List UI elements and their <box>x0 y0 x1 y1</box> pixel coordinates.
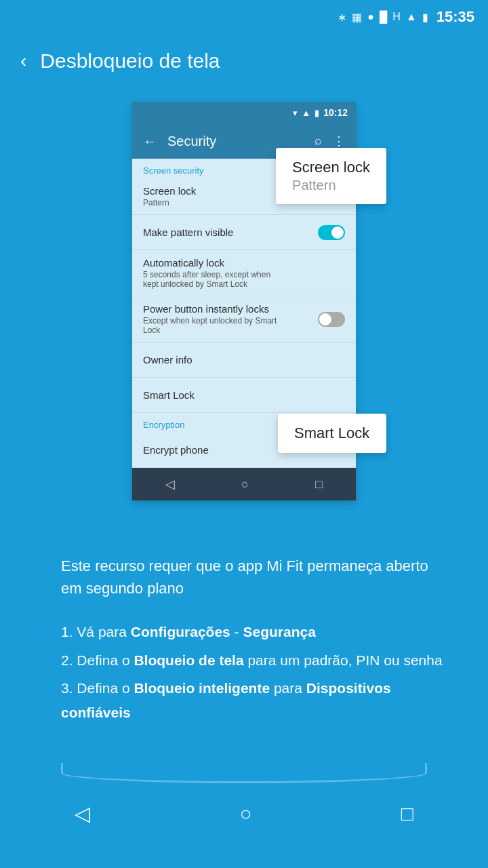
page-title: Desbloqueio de tela <box>40 50 220 73</box>
phone-battery-icon: ▮ <box>314 108 319 118</box>
step-2-prefix: Defina o <box>77 652 134 668</box>
screen-lock-text: Screen lock Pattern <box>143 185 196 208</box>
screen-lock-subtitle: Pattern <box>143 198 196 208</box>
step-2-middle: para um padrão, PIN ou senha <box>244 652 443 668</box>
step-3-prefix: Defina o <box>77 680 134 696</box>
bottom-curve-decoration <box>61 763 427 783</box>
step-1: 1. Vá para Configurações - Segurança <box>61 620 451 644</box>
phone-time: 10:12 <box>323 107 348 118</box>
vibrate-icon: ▦ <box>352 11 362 24</box>
step-2-bold1: Bloqueio de tela <box>134 652 243 668</box>
pattern-visible-toggle[interactable] <box>318 225 345 240</box>
power-button-text: Power button instantly locks Except when… <box>143 303 279 335</box>
pattern-visible-title: Make pattern visible <box>143 226 233 238</box>
step-1-bold1: Configurações <box>131 624 230 639</box>
step-1-prefix: Vá para <box>77 624 130 639</box>
smart-lock-text: Smart Lock <box>143 389 195 401</box>
nav-back-icon[interactable]: ◁ <box>75 802 90 825</box>
phone-signal-icon: ▲ <box>302 108 310 118</box>
tooltip-screen-lock: Screen lock Pattern <box>276 148 386 204</box>
step-2: 2. Defina o Bloqueio de tela para um pad… <box>61 648 451 673</box>
owner-info-text: Owner info <box>143 354 192 366</box>
owner-info-title: Owner info <box>143 354 192 366</box>
tooltip-screen-lock-subtitle: Pattern <box>292 178 370 193</box>
battery-icon: ▮ <box>422 11 428 24</box>
pattern-visible-text: Make pattern visible <box>143 226 233 238</box>
nav-recents-icon[interactable]: □ <box>401 802 413 825</box>
screen-lock-title: Screen lock <box>143 185 196 197</box>
step-1-sep: - <box>230 624 243 639</box>
phone-header-title: Security <box>167 134 304 149</box>
smart-lock-title: Smart Lock <box>143 389 195 401</box>
phone-more-icon[interactable]: ⋮ <box>333 134 345 149</box>
alarm-icon: ● <box>367 11 374 23</box>
smart-lock-row[interactable]: Smart Lock <box>132 378 356 413</box>
step-3-bold1: Bloqueio inteligente <box>134 680 270 696</box>
description-steps: 1. Vá para Configurações - Segurança 2. … <box>61 620 451 725</box>
status-time: 15:35 <box>436 8 474 26</box>
back-button[interactable]: ‹ <box>20 50 26 72</box>
status-icons: ∗ ▦ ● █ H ▲ ▮ <box>338 11 428 24</box>
phone-header-actions: ⌕ ⋮ <box>314 134 345 149</box>
phone-nav-home-icon[interactable]: ○ <box>241 477 249 492</box>
power-button-row[interactable]: Power button instantly locks Except when… <box>132 296 356 342</box>
encrypt-phone-text: Encrypt phone <box>143 444 209 456</box>
phone-wifi-icon: ▾ <box>293 108 298 118</box>
owner-info-row[interactable]: Owner info <box>132 342 356 378</box>
phone-search-icon[interactable]: ⌕ <box>314 134 322 149</box>
auto-lock-subtitle: 5 seconds after sleep, except when kept … <box>143 270 279 289</box>
tooltip-screen-lock-title: Screen lock <box>292 159 370 176</box>
step-2-number: 2. <box>61 652 77 668</box>
tooltip-smart-lock-title: Smart Lock <box>294 425 370 442</box>
top-bar: ‹ Desbloqueio de tela <box>0 34 488 88</box>
tooltip-smart-lock: Smart Lock <box>278 414 386 453</box>
signal-icon: ▲ <box>406 11 417 23</box>
status-bar: ∗ ▦ ● █ H ▲ ▮ 15:35 <box>0 0 488 34</box>
description-section: Este recurso requer que o app Mi Fit per… <box>0 534 488 756</box>
step-3-number: 3. <box>61 680 77 696</box>
wifi-icon: █ <box>380 11 387 23</box>
step-3-middle: para <box>270 680 306 696</box>
phone-nav-back-icon[interactable]: ◁ <box>165 477 175 492</box>
nav-home-icon[interactable]: ○ <box>239 802 251 825</box>
step-1-number: 1. <box>61 624 77 639</box>
auto-lock-row[interactable]: Automatically lock 5 seconds after sleep… <box>132 250 356 296</box>
h-icon: H <box>392 11 401 23</box>
encrypt-phone-title: Encrypt phone <box>143 444 209 456</box>
phone-status-bar: ▾ ▲ ▮ 10:12 <box>132 102 356 123</box>
bottom-nav: ◁ ○ □ <box>0 783 488 844</box>
step-3: 3. Defina o Bloqueio inteligente para Di… <box>61 676 451 724</box>
description-main: Este recurso requer que o app Mi Fit per… <box>61 555 451 599</box>
phone-back-icon[interactable]: ← <box>143 134 157 149</box>
phone-nav-bar: ◁ ○ □ <box>132 468 356 500</box>
auto-lock-title: Automatically lock <box>143 257 279 269</box>
auto-lock-text: Automatically lock 5 seconds after sleep… <box>143 257 279 289</box>
phone-nav-recents-icon[interactable]: □ <box>315 477 323 492</box>
power-button-title: Power button instantly locks <box>143 303 279 315</box>
bluetooth-icon: ∗ <box>338 11 346 24</box>
step-1-bold2: Segurança <box>243 624 315 639</box>
pattern-visible-row[interactable]: Make pattern visible <box>132 215 356 250</box>
power-button-subtitle: Except when kept unlocked by Smart Lock <box>143 316 279 335</box>
power-button-toggle[interactable] <box>318 312 345 327</box>
